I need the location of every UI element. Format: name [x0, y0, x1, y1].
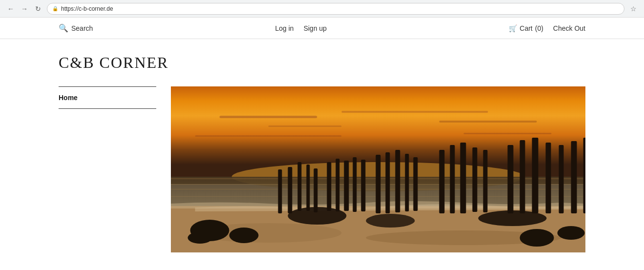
header-cart-area: 🛒 Cart (0) Check Out: [509, 24, 585, 32]
sidebar-divider-bottom: [59, 108, 156, 109]
svg-rect-25: [307, 165, 310, 211]
svg-rect-6: [195, 135, 342, 137]
svg-point-50: [366, 214, 415, 228]
svg-rect-35: [405, 154, 409, 211]
svg-rect-4: [269, 125, 342, 127]
svg-rect-47: [571, 141, 577, 213]
svg-rect-23: [288, 167, 292, 213]
svg-rect-34: [395, 150, 400, 212]
forward-button[interactable]: →: [20, 4, 29, 14]
svg-rect-32: [376, 155, 381, 213]
url-bar[interactable]: 🔒 https://c-b-corner.de: [47, 3, 624, 15]
svg-rect-28: [336, 159, 340, 211]
svg-point-19: [188, 232, 212, 244]
lock-icon: 🔒: [52, 6, 58, 11]
hero-image-container: [171, 86, 585, 252]
sidebar-item-home[interactable]: Home: [59, 93, 156, 103]
svg-rect-40: [473, 147, 478, 212]
svg-rect-29: [344, 161, 349, 211]
svg-point-21: [558, 226, 585, 240]
search-icon: 🔍: [59, 23, 68, 33]
svg-rect-45: [546, 143, 551, 213]
signup-link[interactable]: Sign up: [304, 24, 327, 32]
svg-rect-5: [439, 121, 537, 123]
svg-rect-43: [520, 140, 525, 213]
content-area: Home: [59, 86, 585, 252]
svg-point-49: [288, 207, 347, 225]
reload-button[interactable]: ↻: [33, 4, 43, 14]
search-label[interactable]: Search: [71, 24, 93, 32]
url-text: https://c-b-corner.de: [61, 5, 113, 12]
cart-link[interactable]: 🛒 Cart (0): [509, 24, 543, 32]
sidebar: Home: [59, 86, 156, 109]
svg-rect-39: [460, 143, 466, 213]
svg-rect-22: [278, 169, 282, 213]
back-button[interactable]: ←: [6, 4, 16, 14]
svg-rect-24: [298, 162, 302, 211]
cart-label: Cart: [519, 24, 532, 32]
svg-rect-7: [464, 133, 552, 134]
sidebar-divider-top: [59, 86, 156, 87]
svg-point-51: [478, 210, 547, 226]
svg-rect-36: [414, 157, 418, 211]
hero-image: [171, 86, 585, 252]
header-search-area: 🔍 Search: [59, 23, 93, 33]
svg-rect-27: [327, 162, 332, 211]
svg-rect-3: [342, 111, 488, 113]
svg-rect-37: [439, 150, 445, 213]
bookmark-button[interactable]: ☆: [628, 4, 638, 14]
cart-count: (0): [535, 24, 543, 32]
svg-rect-31: [361, 160, 366, 211]
svg-rect-44: [532, 138, 539, 213]
site-title: C&B Corner: [59, 54, 585, 72]
svg-rect-42: [508, 145, 514, 213]
svg-point-18: [229, 228, 259, 243]
svg-rect-41: [483, 150, 488, 212]
login-link[interactable]: Log in: [275, 24, 294, 32]
svg-rect-38: [450, 145, 455, 213]
svg-rect-2: [220, 116, 317, 118]
browser-chrome: ← → ↻ 🔒 https://c-b-corner.de ☆: [0, 0, 644, 18]
svg-rect-46: [559, 145, 564, 213]
svg-point-20: [520, 229, 554, 247]
site-main: C&B Corner Home: [0, 54, 644, 252]
svg-rect-30: [353, 157, 357, 212]
svg-rect-26: [314, 168, 318, 212]
site-header: 🔍 Search Log in Sign up 🛒 Cart (0) Check…: [0, 18, 644, 39]
cart-icon: 🛒: [509, 24, 517, 32]
checkout-link[interactable]: Check Out: [553, 24, 585, 32]
svg-rect-48: [583, 138, 586, 213]
svg-rect-33: [386, 152, 390, 213]
header-auth-nav: Log in Sign up: [275, 24, 327, 32]
